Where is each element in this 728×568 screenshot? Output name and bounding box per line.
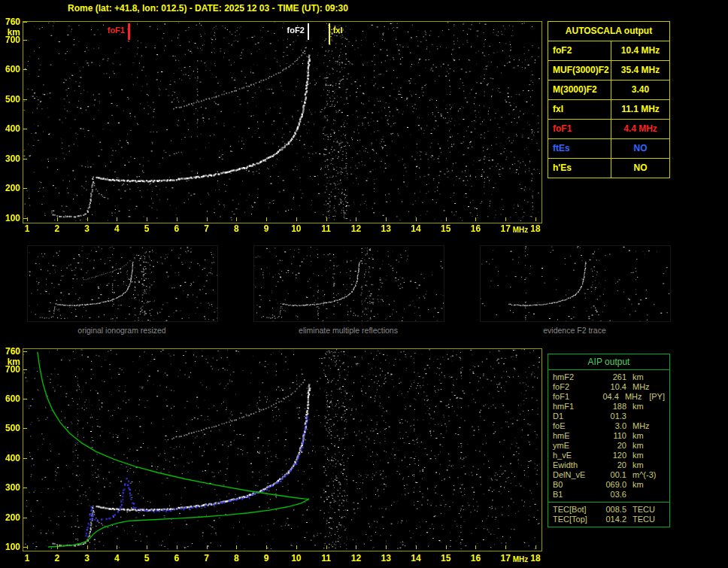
marker-line-foF1 (128, 23, 130, 40)
autoscala-param-name: M(3000)F2 (548, 80, 611, 99)
top-x-unit-label: MHz (510, 226, 531, 234)
aip-param-extra (660, 515, 665, 524)
aip-row-hmF1: hmF1188km (548, 402, 669, 412)
top-y-tick-label: 760 (0, 17, 20, 27)
bottom-y-tick-label: 400 (0, 453, 20, 463)
aip-table-rows: hmF2261kmfoF210.4MHzfoF104.4MHz[PY]hmF11… (548, 372, 669, 524)
autoscala-row-foF2: foF210.4 MHz (548, 41, 669, 61)
top-x-tick-label: 11 (317, 223, 335, 234)
thumbnail-caption-original: original ionogram resized (27, 326, 217, 335)
autoscala-param-name: h'Es (548, 159, 611, 178)
aip-param-extra (660, 451, 665, 460)
aip-output-table: AIP output hmF2261kmfoF210.4MHzfoF104.4M… (548, 354, 670, 527)
top-x-tick-label: 4 (108, 223, 126, 234)
aip-param-extra (660, 505, 665, 515)
top-ionogram-plot: foF1foF2fxI (23, 21, 542, 223)
autoscala-param-name: fxI (548, 100, 611, 119)
bottom-x-tick-label: 15 (437, 553, 455, 563)
aip-row-foF2: foF210.4MHz (548, 382, 669, 392)
aip-row-ymE: ymE20km (548, 441, 669, 451)
top-x-tick-label: 6 (168, 223, 186, 234)
aip-param-unit (626, 412, 660, 421)
aip-param-name: hmF2 (553, 372, 599, 382)
autoscala-output-table: AUTOSCALA output foF210.4 MHzMUF(3000)F2… (548, 21, 670, 178)
autoscala-window: Rome (lat: +41.8, lon: 012.5) - DATE: 20… (0, 0, 728, 568)
aip-param-unit: MHz (626, 382, 660, 392)
aip-row-Ewidth: Ewidth20km (548, 460, 669, 470)
marker-label-foF2: foF2 (287, 26, 305, 35)
top-x-tick-label: 1 (18, 223, 36, 234)
top-y-tick-label: 300 (0, 153, 20, 164)
aip-row-foF1: foF104.4MHz[PY] (548, 392, 669, 402)
aip-param-unit: km (626, 451, 660, 460)
aip-param-unit: km (626, 460, 660, 470)
aip-param-value: 20 (599, 460, 626, 470)
aip-row-foE: foE3.0MHz (548, 421, 669, 431)
top-x-tick-label: 15 (437, 223, 455, 234)
aip-param-value: 20 (599, 441, 626, 451)
aip-param-unit (626, 490, 660, 500)
autoscala-param-value: NO (611, 139, 669, 158)
thumbnail-f2-trace-canvas (481, 246, 670, 321)
aip-param-name: TEC[Bot] (553, 505, 599, 515)
bottom-y-tick-label: 200 (0, 512, 20, 523)
top-x-tick-label: 2 (48, 223, 66, 234)
top-y-tick-label: 400 (0, 123, 20, 134)
aip-param-name: D1 (553, 412, 599, 421)
autoscala-row-h'Es: h'EsNO (548, 159, 669, 178)
bottom-x-unit-label: MHz (510, 555, 531, 563)
top-y-tick-label: 200 (0, 183, 20, 193)
bottom-x-tick-label: 3 (78, 553, 96, 563)
autoscala-param-name: foF1 (548, 120, 611, 138)
bottom-y-tick-label: 100 (0, 542, 20, 552)
autoscala-param-value: 10.4 MHz (611, 41, 669, 60)
autoscala-row-foF1: foF14.4 MHz (548, 120, 669, 139)
top-x-tick-label: 10 (287, 223, 305, 234)
bottom-x-tick-label: 8 (227, 553, 245, 563)
autoscala-param-value: 11.1 MHz (611, 100, 669, 119)
aip-param-extra (660, 431, 665, 441)
aip-param-value: 01.3 (599, 412, 626, 421)
bottom-x-tick-label: 7 (198, 553, 216, 563)
thumbnail-original-ionogram (27, 245, 218, 322)
top-y-tick-label: 500 (0, 94, 20, 105)
aip-param-name: foF2 (553, 382, 599, 392)
autoscala-param-value: 3.40 (611, 80, 669, 99)
autoscala-row-fxI: fxI11.1 MHz (548, 100, 669, 120)
aip-param-value: 261 (599, 372, 626, 382)
marker-line-fxI (329, 23, 330, 44)
marker-line-foF2 (308, 23, 309, 40)
autoscala-param-name: MUF(3000)F2 (548, 61, 611, 80)
bottom-x-tick-label: 14 (407, 553, 425, 563)
autoscala-param-name: foF2 (548, 41, 611, 60)
aip-param-extra (660, 412, 665, 421)
aip-param-unit: MHz (626, 421, 660, 431)
aip-param-name: foE (553, 421, 599, 431)
aip-param-name: TEC[Top] (553, 515, 599, 524)
aip-param-name: foF1 (553, 392, 595, 402)
autoscala-row-MUF(3000)F2: MUF(3000)F235.4 MHz (548, 61, 669, 80)
bottom-y-tick-label: 300 (0, 482, 20, 493)
top-y-tick-label: 100 (0, 213, 20, 223)
thumbnail-multiple-reflections (253, 245, 444, 322)
thumbnail-multiple-reflections-canvas (254, 246, 444, 321)
bottom-x-tick-label: 4 (108, 553, 126, 563)
top-x-tick-label: 14 (407, 223, 425, 234)
bottom-x-tick-label: 11 (317, 553, 335, 563)
bottom-x-tick-label: 5 (138, 553, 156, 563)
aip-param-extra (660, 402, 665, 412)
bottom-x-tick-label: 16 (466, 553, 484, 563)
aip-row-TEC[Top]: TEC[Top]014.2TECU (548, 515, 669, 524)
top-x-tick-label: 3 (78, 223, 96, 234)
autoscala-table-rows: foF210.4 MHzMUF(3000)F235.4 MHzM(3000)F2… (548, 41, 669, 178)
aip-param-extra (660, 480, 665, 490)
aip-row-hmE: hmE110km (548, 431, 669, 441)
aip-param-value: 04.4 (595, 392, 619, 402)
autoscala-row-ftEs: ftEsNO (548, 139, 669, 159)
bottom-ionogram-canvas (23, 349, 540, 549)
bottom-y-tick-label: 500 (0, 423, 20, 433)
bottom-x-tick-label: 1 (18, 553, 36, 563)
bottom-y-tick-label: 760 (0, 346, 20, 357)
aip-param-value: 10.4 (599, 382, 626, 392)
aip-param-value: 00.1 (599, 470, 626, 480)
